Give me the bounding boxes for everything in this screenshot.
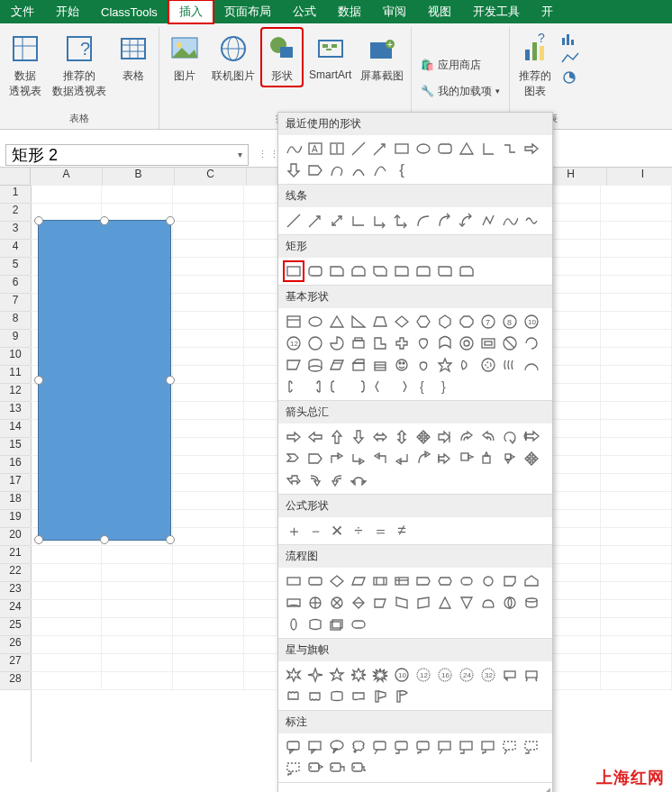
shape-arrow-19-icon[interactable] (435, 449, 455, 469)
cell[interactable] (601, 402, 672, 420)
chart-mini-icon-2[interactable] (560, 51, 580, 68)
shape-basic-31-icon[interactable] (435, 355, 455, 375)
shape-star-11-icon[interactable] (522, 665, 541, 685)
shape-arrow-17-icon[interactable] (392, 449, 412, 469)
shape-flow-2-icon[interactable] (327, 571, 347, 591)
shape-flow-26-icon[interactable] (327, 614, 347, 634)
menu-home[interactable]: 开始 (45, 0, 90, 23)
shape-arrow-10-icon[interactable] (500, 427, 520, 447)
shape-roundrect-icon[interactable] (305, 261, 325, 281)
shape-rectangle-icon[interactable] (284, 261, 304, 281)
shape-arrow-5-icon[interactable] (392, 427, 412, 447)
shape-basic-14-icon[interactable] (327, 333, 347, 353)
shape-curve-icon[interactable] (370, 160, 390, 180)
row-head[interactable]: 23 (0, 582, 31, 600)
shape-elbow-double-arrow-icon[interactable] (392, 211, 412, 231)
resize-handle-se[interactable] (166, 535, 175, 544)
shape-basic-15-icon[interactable] (349, 333, 368, 353)
shape-basic-22-icon[interactable] (500, 333, 520, 353)
shape-basic-23-icon[interactable] (522, 333, 541, 353)
shape-equal-icon[interactable]: ＝ (370, 521, 390, 541)
shape-basic-36-icon[interactable] (284, 377, 304, 396)
shape-line-icon[interactable] (349, 139, 368, 159)
cell[interactable] (601, 474, 672, 492)
shape-flow-17-icon[interactable] (392, 593, 412, 613)
shape-callout-7-icon[interactable] (435, 737, 455, 757)
shape-arrow-18-icon[interactable] (413, 449, 433, 469)
shape-basic-10-icon[interactable]: 8 (500, 312, 520, 332)
col-head[interactable]: C (175, 168, 247, 186)
shape-star-4-icon[interactable] (370, 665, 390, 685)
row-head[interactable]: 27 (0, 654, 31, 672)
shape-curve-double-arrow-icon[interactable] (457, 211, 477, 231)
shape-basic-17-icon[interactable] (392, 333, 412, 353)
recommended-pivot-button[interactable]: ? 推荐的 数据透视表 (50, 29, 108, 101)
shape-star-1-icon[interactable] (305, 665, 325, 685)
shape-flow-18-icon[interactable] (413, 593, 433, 613)
shape-arrow-icon[interactable] (522, 139, 541, 159)
menu-file[interactable]: 文件 (0, 0, 45, 23)
cell[interactable] (102, 618, 173, 636)
cell[interactable] (173, 636, 244, 654)
shape-flow-0-icon[interactable] (284, 571, 304, 591)
shape-basic-13-icon[interactable] (305, 333, 325, 353)
cell[interactable] (173, 564, 244, 582)
menu-formulas[interactable]: 公式 (282, 0, 327, 23)
cell[interactable] (173, 510, 244, 528)
row-head[interactable]: 8 (0, 312, 31, 330)
shape-arrow-24-icon[interactable] (284, 470, 304, 490)
shape-flow-10-icon[interactable] (500, 571, 520, 591)
shape-arrow-15-icon[interactable] (349, 449, 368, 469)
row-head[interactable]: 18 (0, 492, 31, 510)
cell[interactable] (173, 618, 244, 636)
shape-basic-3-icon[interactable] (349, 312, 368, 332)
cell[interactable] (173, 474, 244, 492)
shape-basic-20-icon[interactable] (457, 333, 477, 353)
shape-basic-30-icon[interactable] (413, 355, 433, 375)
shape-basic-28-icon[interactable] (370, 355, 390, 375)
shape-rounddiag-icon[interactable] (435, 261, 455, 281)
shape-flow-8-icon[interactable] (457, 571, 477, 591)
shape-arrow-11-icon[interactable] (522, 427, 541, 447)
shape-flow-19-icon[interactable] (435, 593, 455, 613)
shape-down-arrow-icon[interactable] (284, 160, 304, 180)
cell[interactable] (102, 600, 173, 618)
shape-arrow-6-icon[interactable] (413, 427, 433, 447)
shape-basic-25-icon[interactable] (305, 355, 325, 375)
row-head[interactable]: 13 (0, 402, 31, 420)
shape-flow-7-icon[interactable] (435, 571, 455, 591)
row-headers[interactable]: 1234567891011121314151617181920212223242… (0, 186, 32, 762)
shape-arc-icon[interactable] (349, 160, 368, 180)
picture-button[interactable]: 图片 (165, 29, 204, 86)
shape-arrow-23-icon[interactable] (522, 449, 541, 469)
shape-star-0-icon[interactable] (284, 665, 304, 685)
row-head[interactable]: 10 (0, 348, 31, 366)
row-head[interactable]: 12 (0, 384, 31, 402)
shape-basic-19-icon[interactable] (435, 333, 455, 353)
shape-star-17-icon[interactable] (392, 687, 412, 706)
shape-callout-13-icon[interactable] (305, 759, 325, 778)
resize-handle-w[interactable] (34, 376, 43, 385)
shape-flow-5-icon[interactable] (392, 571, 412, 591)
row-head[interactable]: 14 (0, 420, 31, 438)
cell[interactable] (173, 420, 244, 438)
cell[interactable] (31, 654, 102, 672)
shape-basic-39-icon[interactable] (349, 377, 368, 396)
shape-basic-43-icon[interactable]: } (435, 377, 455, 396)
pivot-table-button[interactable]: 数据 透视表 (5, 29, 45, 101)
shape-textbox-icon[interactable]: A (305, 139, 325, 159)
shape-oval-icon[interactable] (413, 139, 433, 159)
cell[interactable] (173, 546, 244, 564)
cell[interactable] (601, 564, 672, 582)
shape-basic-33-icon[interactable] (478, 355, 498, 375)
cell[interactable] (601, 222, 672, 240)
cell[interactable] (601, 492, 672, 510)
cell[interactable] (31, 636, 102, 654)
cell[interactable] (601, 546, 672, 564)
shape-star-16-icon[interactable] (370, 687, 390, 706)
cell[interactable] (601, 312, 672, 330)
shape-basic-37-icon[interactable] (305, 377, 325, 396)
shape-plus-icon[interactable]: ＋ (284, 521, 304, 541)
cell[interactable] (173, 222, 244, 240)
shape-flow-24-icon[interactable] (284, 614, 304, 634)
